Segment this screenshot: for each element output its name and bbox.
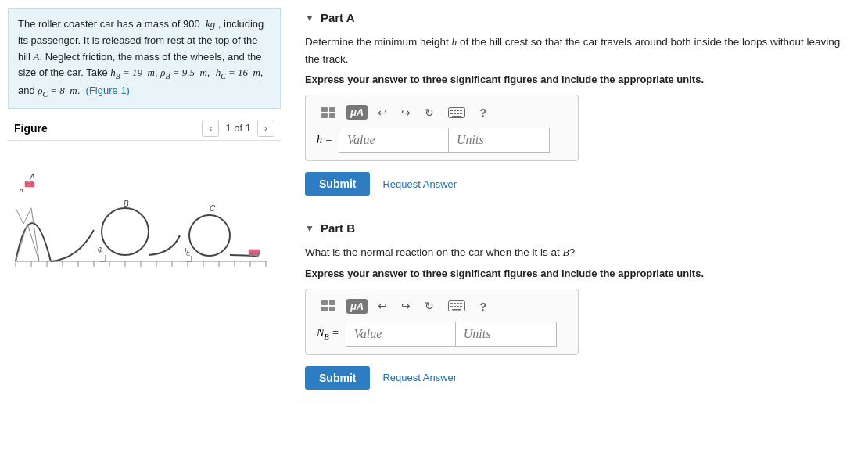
part-a-input-row: h = bbox=[317, 128, 567, 153]
refresh-button-a[interactable]: ↻ bbox=[421, 104, 438, 121]
svg-rect-63 bbox=[454, 303, 456, 304]
keyboard-icon-a bbox=[448, 107, 465, 118]
svg-point-28 bbox=[189, 215, 230, 256]
matrix-icon-a bbox=[321, 106, 336, 119]
part-b-toolbar: μΑ ↩ ↪ ↻ bbox=[317, 297, 567, 315]
undo-button-b[interactable]: ↩ bbox=[374, 297, 391, 314]
keyboard-button-b[interactable] bbox=[444, 298, 469, 314]
problem-description: The roller coaster car has a mass of 900… bbox=[8, 8, 281, 109]
svg-text:h: h bbox=[20, 187, 23, 194]
svg-rect-59 bbox=[321, 307, 328, 311]
svg-text:A: A bbox=[29, 173, 35, 181]
part-b-express: Express your answer to three significant… bbox=[305, 268, 852, 279]
figure-next-button[interactable]: › bbox=[257, 120, 274, 137]
part-b-request-link[interactable]: Request Answer bbox=[382, 372, 457, 383]
svg-rect-58 bbox=[329, 300, 335, 305]
svg-point-23 bbox=[102, 208, 149, 255]
svg-rect-64 bbox=[457, 303, 459, 304]
part-a-value-input[interactable] bbox=[339, 128, 448, 153]
part-b-submit-button[interactable]: Submit bbox=[305, 366, 370, 390]
svg-rect-69 bbox=[460, 306, 462, 307]
part-a-input-label: h = bbox=[317, 134, 332, 146]
figure-link[interactable]: (Figure 1) bbox=[86, 84, 130, 96]
part-b-answer-box: μΑ ↩ ↪ ↻ bbox=[305, 289, 579, 355]
var-h: h bbox=[452, 36, 457, 48]
keyboard-icon-b bbox=[448, 300, 465, 311]
svg-rect-55 bbox=[460, 113, 462, 114]
part-a-title: Part A bbox=[321, 11, 355, 24]
svg-rect-60 bbox=[329, 307, 335, 311]
part-b-action-row: Submit Request Answer bbox=[305, 366, 852, 390]
svg-rect-65 bbox=[460, 303, 462, 304]
help-button-b[interactable]: ? bbox=[475, 297, 490, 315]
svg-rect-43 bbox=[321, 107, 328, 112]
svg-rect-70 bbox=[452, 309, 461, 311]
svg-rect-46 bbox=[329, 113, 335, 118]
figure-prev-button[interactable]: ‹ bbox=[202, 120, 219, 137]
svg-rect-62 bbox=[450, 303, 453, 304]
var-B: B bbox=[562, 246, 569, 258]
part-a-answer-box: μΑ ↩ ↪ ↻ bbox=[305, 95, 579, 161]
var-rhoC: ρC = 8 m bbox=[38, 84, 77, 96]
svg-point-42 bbox=[256, 253, 259, 257]
right-panel: ▼ Part A Determine the minimum height h … bbox=[289, 0, 868, 460]
part-b-value-input[interactable] bbox=[346, 322, 455, 347]
left-panel: The roller coaster car has a mass of 900… bbox=[0, 0, 289, 460]
svg-point-36 bbox=[25, 181, 28, 184]
matrix-button-b[interactable] bbox=[317, 297, 340, 314]
part-b-units-input[interactable] bbox=[455, 322, 557, 347]
part-a-action-row: Submit Request Answer bbox=[305, 172, 852, 196]
part-b-header[interactable]: ▼ Part B bbox=[305, 221, 852, 235]
figure-title: Figure bbox=[14, 122, 48, 135]
svg-line-21 bbox=[23, 208, 31, 224]
unit-kg: kg bbox=[206, 18, 215, 30]
svg-rect-68 bbox=[457, 306, 459, 307]
matrix-button-a[interactable] bbox=[317, 104, 340, 121]
undo-button-a[interactable]: ↩ bbox=[374, 104, 391, 121]
svg-rect-48 bbox=[450, 110, 453, 111]
part-b-input-row: NB = bbox=[317, 322, 567, 347]
part-b-input-label: NB = bbox=[317, 327, 339, 341]
svg-rect-44 bbox=[329, 107, 335, 112]
part-a-header[interactable]: ▼ Part A bbox=[305, 11, 852, 24]
part-a-express: Express your answer to three significant… bbox=[305, 74, 852, 85]
part-b-question: What is the normal reaction on the car w… bbox=[305, 244, 852, 261]
svg-rect-66 bbox=[450, 306, 453, 307]
var-hC: hC = 16 m bbox=[216, 66, 260, 78]
svg-rect-45 bbox=[321, 113, 328, 118]
part-a-question: Determine the minimum height h of the hi… bbox=[305, 34, 852, 67]
part-a-section: ▼ Part A Determine the minimum height h … bbox=[289, 0, 868, 210]
var-A: A bbox=[34, 51, 40, 63]
svg-text:C: C bbox=[210, 204, 216, 213]
svg-rect-54 bbox=[457, 113, 459, 114]
refresh-button-b[interactable]: ↻ bbox=[421, 297, 438, 314]
mu-button-b[interactable]: μΑ bbox=[346, 299, 368, 314]
svg-rect-50 bbox=[457, 110, 459, 111]
figure-section: Figure ‹ 1 of 1 › bbox=[8, 117, 281, 286]
part-a-request-link[interactable]: Request Answer bbox=[382, 178, 457, 190]
svg-rect-49 bbox=[454, 110, 456, 111]
keyboard-button-a[interactable] bbox=[444, 105, 469, 120]
svg-text:B: B bbox=[99, 249, 103, 254]
redo-button-b[interactable]: ↪ bbox=[397, 297, 414, 314]
svg-rect-57 bbox=[321, 300, 328, 305]
figure-page: 1 of 1 bbox=[225, 122, 251, 134]
part-b-section: ▼ Part B What is the normal reaction on … bbox=[289, 210, 868, 404]
matrix-icon-b bbox=[321, 300, 336, 312]
svg-point-37 bbox=[30, 181, 33, 184]
part-a-units-input[interactable] bbox=[448, 128, 550, 153]
svg-line-18 bbox=[16, 224, 27, 261]
roller-coaster-diagram: h B h C A h bbox=[8, 146, 274, 282]
mu-button-a[interactable]: μΑ bbox=[346, 105, 368, 120]
part-a-arrow: ▼ bbox=[305, 13, 314, 23]
svg-line-20 bbox=[31, 208, 39, 261]
svg-rect-51 bbox=[460, 110, 462, 111]
part-a-submit-button[interactable]: Submit bbox=[305, 172, 370, 196]
svg-rect-53 bbox=[454, 113, 456, 114]
var-hB: hB = 19 m bbox=[110, 66, 155, 78]
svg-point-41 bbox=[249, 253, 253, 257]
redo-button-a[interactable]: ↪ bbox=[397, 104, 414, 121]
var-rhoB: ρB = 9.5 m bbox=[160, 66, 207, 78]
svg-rect-52 bbox=[450, 113, 453, 114]
help-button-a[interactable]: ? bbox=[475, 103, 490, 121]
